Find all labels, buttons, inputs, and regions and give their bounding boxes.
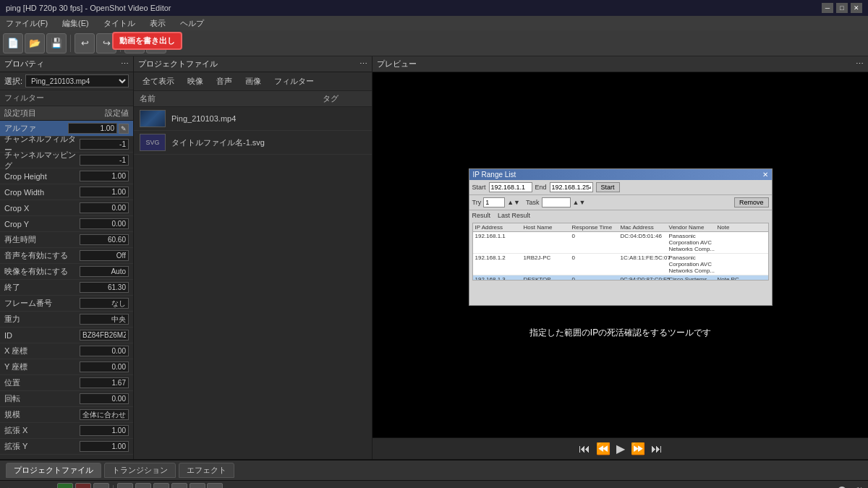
props-table: 設定項目 設定値 アルファ✎チャンネルフィルターチャンネルマッピングCrop H… bbox=[0, 106, 133, 459]
prop-value-input[interactable] bbox=[80, 425, 129, 436]
prop-value-input[interactable] bbox=[80, 346, 129, 356]
new-button[interactable]: 📄 bbox=[3, 33, 23, 53]
menu-edit[interactable]: 編集(E) bbox=[59, 18, 92, 29]
prop-edit-icon[interactable]: ✎ bbox=[119, 124, 129, 134]
file-select[interactable]: Ping_210103.mp4 bbox=[25, 74, 129, 87]
tl-filter-button[interactable]: ▽ bbox=[117, 483, 133, 488]
prop-value-input[interactable] bbox=[80, 218, 129, 229]
bottom-tab-effect[interactable]: エフェクト bbox=[179, 463, 234, 478]
prop-value-input[interactable] bbox=[80, 409, 129, 420]
tl-play-range[interactable]: ▶ bbox=[171, 483, 187, 488]
tab-filter[interactable]: フィルター bbox=[270, 74, 318, 88]
prop-row: Crop Width bbox=[0, 184, 133, 200]
prop-name: 再生時間 bbox=[4, 234, 80, 245]
prop-value-input[interactable] bbox=[80, 266, 129, 277]
tl-record-button[interactable]: ⏺ bbox=[75, 483, 91, 488]
prop-value-input[interactable] bbox=[80, 202, 129, 213]
prop-value-input[interactable] bbox=[80, 187, 129, 197]
window-controls[interactable]: ─ □ ✕ bbox=[822, 3, 862, 13]
ip-start-input[interactable] bbox=[489, 182, 532, 192]
export-button[interactable]: 動画を書き出し bbox=[112, 32, 182, 50]
prop-value-input[interactable] bbox=[80, 330, 129, 341]
ip-task-input[interactable] bbox=[542, 197, 571, 207]
ip-end-label: End bbox=[535, 184, 547, 191]
toolbar-separator-1 bbox=[70, 35, 71, 52]
tl-add-button[interactable]: + bbox=[57, 483, 73, 488]
prop-row: Y 座標 bbox=[0, 359, 133, 375]
prop-value-input[interactable] bbox=[68, 123, 117, 134]
prop-value-input[interactable] bbox=[80, 393, 129, 404]
project-header: プロジェクトファイル ⋯ bbox=[134, 56, 372, 72]
tab-video[interactable]: 映像 bbox=[183, 74, 208, 88]
ip-close-icon[interactable]: ✕ bbox=[762, 171, 768, 179]
bottom-tab-project[interactable]: プロジェクトファイル bbox=[6, 463, 101, 478]
menu-title[interactable]: タイトル bbox=[101, 18, 138, 29]
minimize-button[interactable]: ─ bbox=[822, 3, 833, 13]
file-item-video[interactable]: Ping_210103.mp4 bbox=[134, 107, 372, 131]
ip-col-ip: IP Address bbox=[475, 224, 524, 231]
prop-value-input[interactable] bbox=[80, 171, 129, 181]
maximize-button[interactable]: □ bbox=[836, 3, 848, 13]
prop-value-container bbox=[80, 139, 129, 150]
skip-forward-button[interactable]: ⏭ bbox=[651, 442, 663, 455]
close-button[interactable]: ✕ bbox=[851, 3, 862, 13]
prop-name: 拡張 X bbox=[4, 425, 80, 436]
file-item-svg[interactable]: SVG タイトルファイル名-1.svg bbox=[134, 131, 372, 155]
prop-name: X 座標 bbox=[4, 346, 80, 356]
ip-last-result-label: Last Result bbox=[498, 212, 530, 219]
rewind-button[interactable]: ⏪ bbox=[596, 442, 610, 455]
prop-value-input[interactable] bbox=[80, 282, 129, 293]
prop-value-input[interactable] bbox=[80, 250, 129, 261]
menu-help[interactable]: ヘルプ bbox=[177, 18, 207, 29]
ip-cell-host: DESKTOP-NOQHVT bbox=[524, 276, 572, 281]
tab-audio[interactable]: 音声 bbox=[212, 74, 237, 88]
ip-start-button[interactable]: Start bbox=[596, 182, 620, 192]
save-button[interactable]: 💾 bbox=[46, 33, 67, 53]
menu-view[interactable]: 表示 bbox=[147, 18, 169, 29]
prop-value-input[interactable] bbox=[80, 298, 129, 309]
project-tabs-bar: 全て表示 映像 音声 画像 フィルター bbox=[134, 72, 372, 91]
ip-result-row[interactable]: 192.168.1.3DESKTOP-NOQHVT00C:94:D0:87:C0… bbox=[473, 275, 768, 281]
tab-all[interactable]: 全て表示 bbox=[138, 74, 179, 88]
prop-name: 規模 bbox=[4, 409, 80, 420]
tl-down-button[interactable]: ▾ bbox=[93, 483, 109, 488]
skip-back-button[interactable]: ⏮ bbox=[579, 442, 590, 455]
undo-button[interactable]: ↩ bbox=[75, 33, 95, 53]
tl-btn-a[interactable]: □ bbox=[190, 483, 205, 488]
ip-result-row[interactable]: 192.168.1.10DC:04:D5:01:46Panasonic Corp… bbox=[473, 232, 768, 254]
ip-task-arrows[interactable]: ▲▼ bbox=[573, 199, 586, 206]
ip-col-host: Host Name bbox=[524, 224, 572, 231]
prop-value-input[interactable] bbox=[80, 314, 129, 325]
properties-title: プロパティ bbox=[4, 59, 44, 69]
play-button[interactable]: ▶ bbox=[616, 442, 625, 455]
prop-row: チャンネルマッピング bbox=[0, 153, 133, 168]
prop-value-input[interactable] bbox=[80, 361, 129, 372]
prop-value-input[interactable] bbox=[80, 139, 129, 150]
ip-result-row[interactable]: 192.168.1.21RB2J-PC01C:A8:11:FE:5C:07Pan… bbox=[473, 254, 768, 275]
main-layout: プロパティ ⋯ 選択: Ping_210103.mp4 フィルター 設定項目 設… bbox=[0, 56, 868, 459]
tl-skip-start[interactable]: ⏮ bbox=[135, 483, 151, 488]
prop-value-input[interactable] bbox=[80, 441, 129, 452]
ip-try-input[interactable] bbox=[483, 197, 505, 207]
menu-file[interactable]: ファイル(F) bbox=[3, 18, 51, 29]
bottom-tab-transition[interactable]: トランジション bbox=[104, 463, 176, 478]
ip-title-bar: IP Range List ✕ bbox=[469, 169, 772, 180]
tl-btn-b[interactable]: □ bbox=[207, 483, 223, 488]
ip-try-arrows[interactable]: ▲▼ bbox=[507, 199, 520, 206]
prop-row: ID bbox=[0, 328, 133, 343]
tab-image[interactable]: 画像 bbox=[241, 74, 265, 88]
ip-end-input[interactable] bbox=[550, 182, 593, 192]
prop-value-input[interactable] bbox=[80, 155, 129, 166]
project-file-list: 名前 タグ Ping_210103.mp4 SVG タイトルファイル名-1.sv… bbox=[134, 91, 372, 459]
ip-result-header: IP Address Host Name Response Time Mac A… bbox=[473, 223, 768, 232]
prop-value-input[interactable] bbox=[80, 377, 129, 388]
tl-skip-end[interactable]: ⏭ bbox=[153, 483, 169, 488]
prop-value-container bbox=[80, 155, 129, 166]
open-button[interactable]: 📂 bbox=[25, 33, 45, 53]
fast-forward-button[interactable]: ⏩ bbox=[631, 442, 645, 455]
scale-value: 1 秒 bbox=[849, 486, 864, 489]
prop-value-input[interactable] bbox=[80, 234, 129, 245]
properties-dots: ⋯ bbox=[121, 59, 129, 69]
ip-result-area: IP Address Host Name Response Time Mac A… bbox=[472, 223, 769, 281]
ip-remove-button[interactable]: Remove bbox=[734, 197, 769, 207]
